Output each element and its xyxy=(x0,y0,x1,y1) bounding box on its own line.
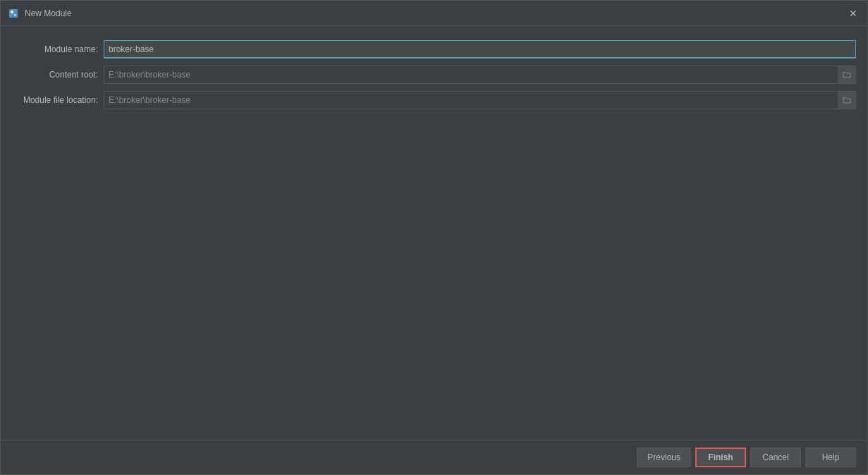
title-bar: New Module ✕ xyxy=(1,1,867,26)
content-area: Module name: Content root: Module file l… xyxy=(1,26,867,440)
help-button[interactable]: Help xyxy=(805,448,856,467)
module-file-location-folder-button[interactable] xyxy=(838,91,856,109)
module-name-label: Module name: xyxy=(12,44,104,54)
content-root-folder-button[interactable] xyxy=(838,66,856,84)
content-root-label: Content root: xyxy=(12,70,104,80)
module-name-input[interactable] xyxy=(104,40,856,58)
module-name-input-wrapper xyxy=(104,40,856,58)
module-file-location-input-wrapper xyxy=(104,91,856,109)
module-file-location-row: Module file location: xyxy=(12,91,856,109)
svg-rect-1 xyxy=(11,11,13,13)
content-root-input[interactable] xyxy=(104,66,856,84)
module-file-location-input[interactable] xyxy=(104,91,856,109)
svg-rect-2 xyxy=(14,14,16,16)
content-root-input-wrapper xyxy=(104,66,856,84)
module-name-row: Module name: xyxy=(12,40,856,58)
cancel-button[interactable]: Cancel xyxy=(750,448,801,467)
title-bar-left: New Module xyxy=(8,8,72,19)
module-icon xyxy=(8,8,19,19)
new-module-dialog: New Module ✕ Module name: Content root: xyxy=(0,0,868,475)
content-root-row: Content root: xyxy=(12,66,856,84)
finish-button[interactable]: Finish xyxy=(695,448,746,467)
previous-button[interactable]: Previous xyxy=(637,448,691,467)
close-button[interactable]: ✕ xyxy=(846,6,860,20)
module-file-location-label: Module file location: xyxy=(12,95,104,105)
dialog-footer: Previous Finish Cancel Help xyxy=(1,440,867,474)
dialog-title: New Module xyxy=(25,8,72,18)
